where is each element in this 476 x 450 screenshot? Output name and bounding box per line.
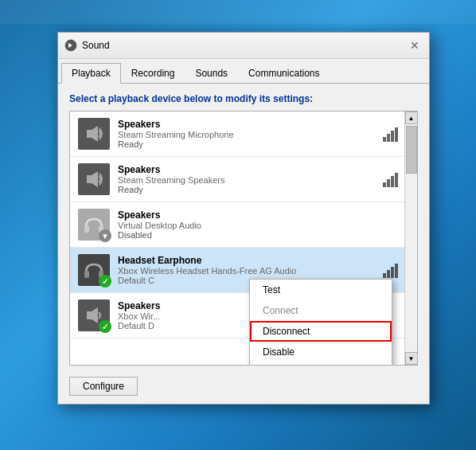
signal-bars-4 <box>383 262 398 278</box>
device-status-1: Ready <box>118 139 383 149</box>
device-name-4: Headset Earphone <box>118 255 383 266</box>
svg-rect-10 <box>87 311 92 319</box>
device-status-3: Disabled <box>118 230 398 240</box>
device-subname-2: Steam Streaming Speakers <box>118 175 383 185</box>
device-icon-1 <box>76 116 111 151</box>
scroll-thumb[interactable] <box>406 126 417 174</box>
device-subname-3: Virtual Desktop Audio <box>118 221 398 230</box>
svg-rect-8 <box>84 271 89 278</box>
context-item-test[interactable]: Test <box>250 280 392 300</box>
device-name-3: Speakers <box>118 209 398 221</box>
instruction-text: Select a playback device below to modify… <box>69 93 418 104</box>
title-bar: Sound ✕ <box>58 33 429 59</box>
signal-bars-2 <box>383 171 398 187</box>
sound-dialog: Sound ✕ Playback Recording Sounds Commun… <box>57 32 430 405</box>
svg-marker-5 <box>92 171 98 187</box>
svg-rect-2 <box>87 130 92 138</box>
dialog-title: Sound <box>82 40 110 51</box>
device-icon-4: ✓ <box>76 252 111 288</box>
signal-bars-1 <box>383 126 398 142</box>
context-item-connect: Connect <box>250 300 392 321</box>
scroll-down-button[interactable]: ▼ <box>405 352 418 365</box>
bottom-bar: Configure <box>58 372 429 404</box>
svg-marker-3 <box>92 126 98 142</box>
tab-recording[interactable]: Recording <box>121 63 185 84</box>
device-name-2: Speakers <box>118 164 383 175</box>
device-info-2: Speakers Steam Streaming Speakers Ready <box>118 164 383 194</box>
configure-button[interactable]: Configure <box>69 377 138 396</box>
svg-rect-4 <box>87 175 92 183</box>
tabs-bar: Playback Recording Sounds Communications <box>58 59 429 84</box>
tab-playback[interactable]: Playback <box>61 63 121 84</box>
tab-sounds[interactable]: Sounds <box>185 63 238 84</box>
device-subname-1: Steam Streaming Microphone <box>118 130 383 139</box>
device-name-1: Speakers <box>118 119 383 130</box>
device-list[interactable]: Speakers Steam Streaming Microphone Read… <box>69 111 418 366</box>
device-item-3[interactable]: ▼ Speakers Virtual Desktop Audio Disable… <box>70 202 417 248</box>
close-button[interactable]: ✕ <box>407 37 423 53</box>
device-icon-5: ✓ <box>76 298 111 333</box>
scroll-up-button[interactable]: ▲ <box>405 112 418 124</box>
device-info-1: Speakers Steam Streaming Microphone Read… <box>118 119 383 149</box>
tab-communications[interactable]: Communications <box>238 63 330 84</box>
context-item-disconnect[interactable]: Disconnect <box>250 321 392 342</box>
down-arrow-badge-3: ▼ <box>99 229 111 242</box>
context-item-set-default[interactable]: Set as Default Device <box>250 362 392 366</box>
device-item-2[interactable]: Speakers Steam Streaming Speakers Ready <box>70 157 417 202</box>
sound-title-icon <box>64 39 77 52</box>
device-info-3: Speakers Virtual Desktop Audio Disabled <box>118 209 398 240</box>
device-icon-2 <box>76 162 111 197</box>
green-badge-5: ✓ <box>99 320 111 333</box>
device-subname-4: Xbox Wireless Headset Hands-Free AG Audi… <box>118 266 383 276</box>
scrollbar[interactable]: ▲ ▼ <box>404 112 417 365</box>
dialog-content: Select a playback device below to modify… <box>58 84 429 372</box>
title-bar-left: Sound <box>64 39 110 52</box>
context-item-disable[interactable]: Disable <box>250 342 392 362</box>
svg-rect-6 <box>84 225 89 233</box>
device-status-2: Ready <box>118 185 383 194</box>
device-icon-3: ▼ <box>76 207 111 242</box>
desktop-bar <box>0 0 476 24</box>
svg-marker-11 <box>92 307 98 323</box>
green-badge-4: ✓ <box>99 275 111 288</box>
device-item-1[interactable]: Speakers Steam Streaming Microphone Read… <box>70 112 417 157</box>
context-menu: Test Connect Disconnect Disable Set as D… <box>249 279 392 366</box>
